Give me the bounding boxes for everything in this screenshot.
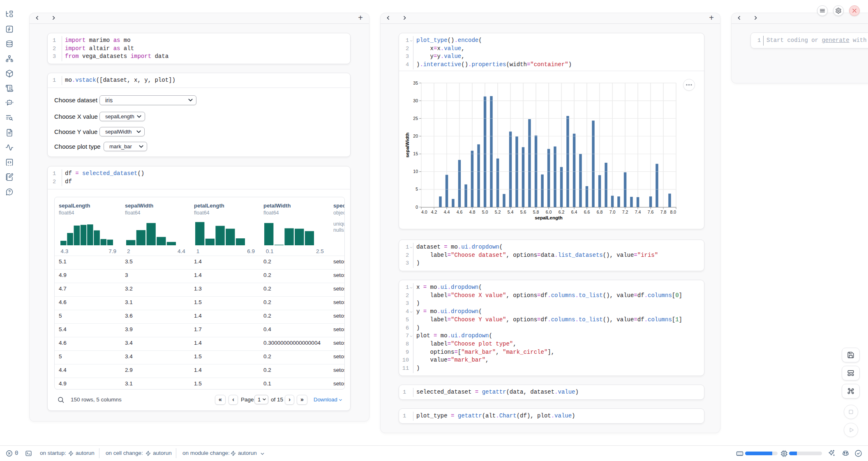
svg-text:sepalWidth: sepalWidth — [405, 132, 410, 157]
svg-text:sepalLength: sepalLength — [535, 215, 563, 220]
svg-text:6.8: 6.8 — [597, 210, 603, 214]
svg-text:0: 0 — [416, 205, 418, 210]
svg-text:35: 35 — [413, 81, 418, 85]
svg-text:4.6: 4.6 — [457, 210, 463, 214]
svg-text:6.2: 6.2 — [559, 210, 565, 214]
svg-text:5.8: 5.8 — [533, 210, 539, 214]
svg-text:4.4: 4.4 — [444, 210, 450, 214]
svg-text:6.6: 6.6 — [584, 210, 590, 214]
svg-text:7.4: 7.4 — [635, 210, 641, 214]
svg-text:5: 5 — [416, 187, 418, 191]
svg-text:7.8: 7.8 — [660, 210, 667, 214]
svg-text:7.2: 7.2 — [622, 210, 628, 214]
svg-text:15: 15 — [413, 151, 418, 156]
svg-text:20: 20 — [413, 134, 418, 138]
svg-text:30: 30 — [413, 98, 418, 103]
svg-text:7.0: 7.0 — [609, 210, 616, 214]
svg-text:5.0: 5.0 — [482, 210, 488, 214]
svg-text:4.2: 4.2 — [431, 210, 437, 214]
svg-text:25: 25 — [413, 116, 418, 121]
svg-text:6.0: 6.0 — [546, 210, 552, 214]
svg-text:7.6: 7.6 — [648, 210, 654, 214]
svg-text:6.4: 6.4 — [571, 210, 577, 214]
svg-text:10: 10 — [413, 169, 418, 174]
svg-text:8.0: 8.0 — [670, 210, 676, 214]
svg-text:5.4: 5.4 — [508, 210, 514, 214]
svg-text:5.6: 5.6 — [520, 210, 526, 214]
svg-text:4.8: 4.8 — [469, 210, 476, 214]
svg-text:5.2: 5.2 — [495, 210, 501, 214]
svg-text:4.0: 4.0 — [421, 210, 427, 214]
